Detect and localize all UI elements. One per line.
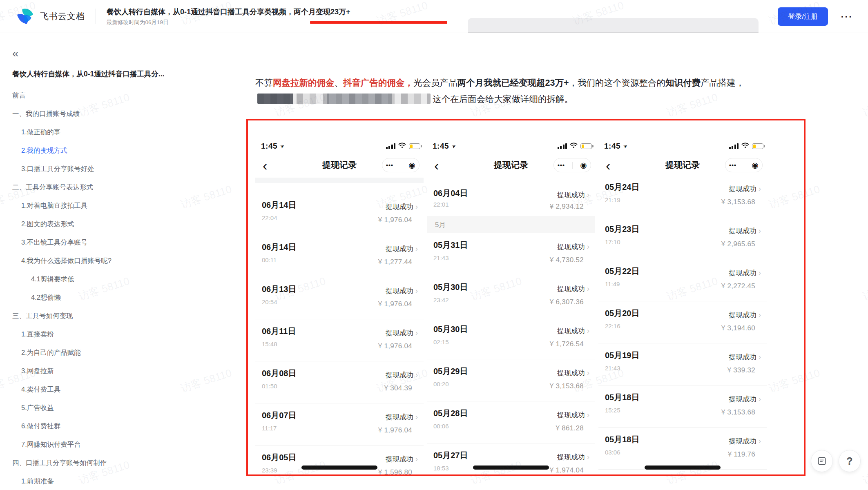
withdrawal-record-row[interactable]: 05月29日00:20提现成功›¥ 3,153.68	[427, 359, 595, 401]
guest-watermark: 访客 58110	[861, 458, 868, 488]
record-status: 提现成功›	[386, 328, 418, 338]
withdrawal-record-row[interactable]: 05月27日18:53提现成功›¥ 1,974.04	[427, 443, 595, 474]
nav-separator-band	[255, 178, 424, 183]
more-menu-icon[interactable]: ⋯	[840, 12, 853, 20]
capsule-divider	[401, 162, 401, 169]
capsule-close-icon[interactable]: ◉	[408, 161, 415, 169]
toc-item[interactable]: 四、口播工具分享账号如何制作	[12, 454, 208, 472]
withdrawal-record-row[interactable]: 06月04日22:01提现成功›¥ 2,934.12	[427, 181, 595, 216]
toc-item[interactable]: 二、工具分享账号表达形式	[12, 178, 208, 196]
record-status: 提现成功›	[557, 452, 589, 462]
chevron-right-icon: ›	[587, 411, 589, 419]
toc-item[interactable]: 1.做正确的事	[12, 123, 208, 141]
toc-item[interactable]: 2.图文的表达形式	[12, 215, 208, 233]
capsule-close-icon[interactable]: ◉	[752, 161, 759, 169]
toc-item[interactable]: 4.卖付费工具	[12, 380, 208, 399]
month-divider: 5月	[427, 216, 595, 233]
record-amount: ¥ 119.76	[728, 450, 755, 459]
withdrawal-record-row[interactable]: 05月18日03:06提现成功›¥ 119.76	[598, 428, 767, 470]
withdrawal-record-row[interactable]: 05月28日00:06提现成功›¥ 861.28	[427, 401, 595, 443]
withdrawal-record-row[interactable]: 05月18日15:25提现成功›¥ 3,153.68	[598, 385, 767, 428]
capsule-more-icon[interactable]: •••	[729, 162, 736, 169]
record-amount: ¥ 1,277.44	[378, 258, 412, 266]
capsule-more-icon[interactable]: •••	[558, 162, 565, 169]
withdrawal-record-row[interactable]: 05月30日23:42提现成功›¥ 6,307.36	[427, 275, 595, 317]
toc-item[interactable]: 6.做付费社群	[12, 417, 208, 435]
toc-item[interactable]: 前言	[12, 86, 208, 105]
miniprogram-capsule[interactable]: •••◉	[553, 158, 591, 172]
toc-item[interactable]: 4.我为什么选择做口播账号呢?	[12, 252, 208, 270]
home-indicator	[473, 466, 549, 470]
withdrawal-record-row[interactable]: 06月13日20:54提现成功›¥ 1,976.04	[255, 277, 424, 319]
phone-screenshot: 1:45➤‹提现记录•••◉06月14日22:04提现成功›¥ 1,976.04…	[255, 120, 424, 474]
toc-item[interactable]: 2.为自己的产品赋能	[12, 343, 208, 362]
toc-item[interactable]: 4.1剪辑要求低	[12, 270, 208, 288]
help-button[interactable]: ?	[839, 450, 861, 472]
record-status: 提现成功›	[557, 326, 589, 336]
record-time: 17:10	[605, 238, 620, 245]
withdrawal-record-row[interactable]: 05月19日21:43提现成功›¥ 339.32	[598, 343, 767, 385]
record-time: 23:42	[433, 296, 449, 303]
record-time: 21:19	[605, 196, 620, 203]
record-date: 06月13日	[262, 284, 297, 295]
withdrawal-record-row[interactable]: 05月30日02:15提现成功›¥ 1,726.54	[427, 317, 595, 359]
withdrawal-record-row[interactable]: 05月22日11:49提现成功›¥ 2,272.45	[598, 259, 767, 301]
status-text: 提现成功	[386, 371, 413, 379]
toc-item[interactable]: 一、我的口播账号成绩	[12, 105, 208, 123]
login-register-button[interactable]: 登录/注册	[778, 7, 828, 26]
withdrawal-record-row[interactable]: 06月07日11:17提现成功›¥ 1,976.04	[255, 403, 424, 445]
record-date: 06月14日	[262, 200, 297, 211]
record-time: 02:15	[433, 339, 449, 345]
toc-item[interactable]: 3.不出镜工具分享账号	[12, 233, 208, 252]
withdrawal-record-row[interactable]: 06月14日00:11提现成功›¥ 1,277.44	[255, 235, 424, 277]
withdrawal-record-row[interactable]: 05月24日21:19提现成功›¥ 3,153.68	[598, 175, 767, 217]
toc-item[interactable]: 7.网赚知识付费平台	[12, 435, 208, 454]
withdrawal-record-row[interactable]: 05月31日21:43提现成功›¥ 4,730.52	[427, 233, 595, 275]
signal-icon	[729, 143, 739, 149]
status-text: 提现成功	[557, 453, 585, 461]
paragraph-segment: 知识付费	[665, 78, 701, 88]
status-text: 提现成功	[557, 191, 585, 199]
chevron-right-icon: ›	[415, 371, 418, 379]
paragraph-segment: 这个在后面会给大家做详细的拆解。	[433, 94, 573, 104]
record-status: 提现成功›	[386, 244, 418, 254]
capsule-close-icon[interactable]: ◉	[580, 161, 587, 169]
record-status: 提现成功›	[729, 394, 761, 404]
miniprogram-capsule[interactable]: •••◉	[725, 158, 763, 172]
withdrawal-record-row[interactable]: 05月20日22:16提现成功›¥ 3,194.60	[598, 301, 767, 343]
toc-item[interactable]: 3.网盘拉新	[12, 362, 208, 380]
record-time: 23:39	[262, 467, 277, 474]
record-amount: ¥ 1,976.04	[378, 300, 412, 308]
toc-item[interactable]: 三、工具号如何变现	[12, 307, 208, 325]
record-date: 05月28日	[433, 408, 468, 419]
toc-doc-title[interactable]: 餐饮人转行自媒体，从0-1通过抖音口播工具分...	[12, 69, 208, 79]
phone-nav-bar: ‹提现记录•••◉	[255, 156, 424, 175]
toc-item[interactable]: 3.口播工具分享账号好处	[12, 160, 208, 178]
toc-item[interactable]: 1.前期准备	[12, 472, 208, 490]
toc-item[interactable]: 1.对着电脑直接拍工具	[12, 196, 208, 215]
withdrawal-record-row[interactable]: 06月05日23:39提现成功›¥ 1,596.80	[255, 445, 424, 474]
record-amount: ¥ 3,194.60	[721, 324, 755, 332]
withdrawal-record-row[interactable]: 05月16日提现成功›	[598, 470, 767, 474]
withdrawal-record-row[interactable]: 05月23日17:10提现成功›¥ 2,965.65	[598, 217, 767, 259]
withdrawal-record-row[interactable]: 06月11日15:48提现成功›¥ 1,976.04	[255, 319, 424, 361]
chevron-right-icon: ›	[587, 327, 589, 335]
withdrawal-record-row[interactable]: 06月08日01:50提现成功›¥ 304.39	[255, 361, 424, 403]
feedback-button[interactable]	[811, 450, 833, 472]
chevron-right-icon: ›	[415, 287, 418, 295]
record-status: 提现成功›	[729, 226, 761, 236]
record-date: 05月31日	[433, 240, 468, 251]
miniprogram-capsule[interactable]: •••◉	[382, 158, 419, 172]
collapse-sidebar-icon[interactable]: «	[12, 48, 208, 59]
withdrawal-record-row[interactable]: 06月14日22:04提现成功›¥ 1,976.04	[255, 193, 424, 235]
cropped-red-box-edge	[310, 21, 447, 24]
toc-item[interactable]: 5.广告收益	[12, 399, 208, 417]
toc-item[interactable]: 4.2想偷懒	[12, 288, 208, 307]
battery-fill	[753, 145, 756, 148]
toc-item[interactable]: 2.我的变现方式	[12, 141, 208, 160]
toc-item[interactable]: 1.直接卖粉	[12, 325, 208, 343]
record-status: 提现成功›	[386, 202, 418, 212]
capsule-more-icon[interactable]: •••	[386, 162, 393, 169]
record-time: 15:48	[262, 341, 277, 347]
signal-icon	[386, 143, 396, 149]
